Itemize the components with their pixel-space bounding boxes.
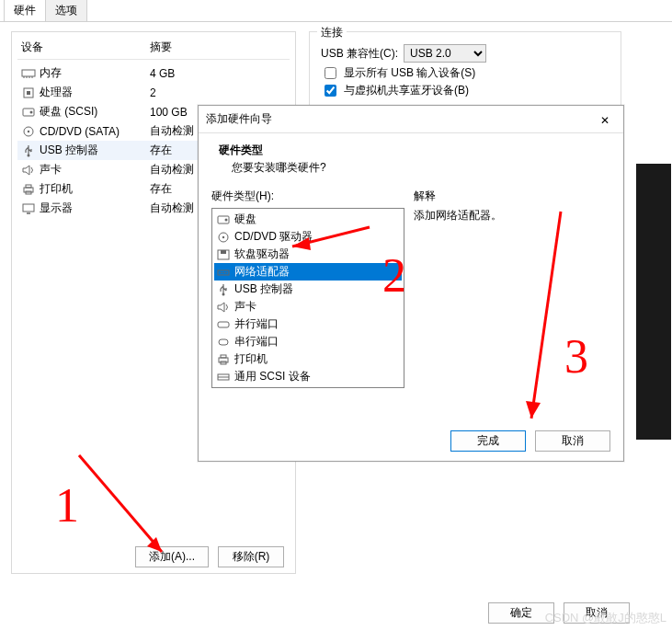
wizard-header-subtitle: 您要安装哪类硬件? xyxy=(219,160,603,176)
memory-icon xyxy=(21,67,36,80)
usb-compat-select[interactable]: USB 2.0 xyxy=(404,44,486,63)
device-row-memory[interactable]: 内存4 GB xyxy=(17,63,290,83)
serial-icon xyxy=(216,336,231,349)
cpu-icon xyxy=(21,86,36,99)
disk-icon xyxy=(21,106,36,119)
connection-group-title: 连接 xyxy=(317,25,347,40)
hardware-type-item-disk[interactable]: 硬盘 xyxy=(214,211,402,228)
device-name: 显示器 xyxy=(40,200,150,216)
hardware-type-item-cd[interactable]: CD/DVD 驱动器 xyxy=(214,228,402,246)
hardware-type-label: USB 控制器 xyxy=(234,281,293,297)
hardware-type-item-serial[interactable]: 串行端口 xyxy=(214,333,402,350)
device-name: 内存 xyxy=(40,65,150,81)
wizard-header-title: 硬件类型 xyxy=(219,143,603,158)
hardware-type-label: 并行端口 xyxy=(234,316,279,332)
wizard-finish-button[interactable]: 完成 xyxy=(450,430,526,452)
usb-icon xyxy=(21,144,36,157)
hardware-type-item-printer[interactable]: 打印机 xyxy=(214,350,402,368)
tpm-icon xyxy=(216,388,231,389)
hardware-type-label: 软盘驱动器 xyxy=(234,246,290,262)
device-summary: 4 GB xyxy=(150,67,286,80)
hardware-type-label: 打印机 xyxy=(234,351,268,367)
hardware-type-label: CD/DVD 驱动器 xyxy=(234,229,313,245)
device-name: 打印机 xyxy=(40,181,150,197)
tabs-bar: 硬件 选项 xyxy=(0,0,672,22)
hardware-type-item-floppy[interactable]: 软盘驱动器 xyxy=(214,246,402,263)
hardware-type-label: 通用 SCSI 设备 xyxy=(234,369,311,384)
usb-icon xyxy=(216,283,231,296)
show-all-usb-label: 显示所有 USB 输入设备(S) xyxy=(344,65,475,81)
hardware-type-item-usb[interactable]: USB 控制器 xyxy=(214,281,402,298)
scsi-icon xyxy=(216,371,231,384)
floppy-icon xyxy=(216,248,231,261)
hardware-type-label: 网络适配器 xyxy=(234,264,290,280)
wizard-close-button[interactable]: ✕ xyxy=(594,112,616,127)
hardware-type-item-network[interactable]: 网络适配器 xyxy=(214,263,402,281)
close-icon: ✕ xyxy=(600,114,609,127)
device-summary: 2 xyxy=(150,86,286,99)
add-hardware-button[interactable]: 添加(A)... xyxy=(135,546,209,567)
background-dark-strip xyxy=(636,164,671,440)
hardware-type-label: 串行端口 xyxy=(234,334,279,349)
parallel-icon xyxy=(216,318,231,331)
printer-icon xyxy=(216,353,231,366)
hardware-type-listbox[interactable]: 硬盘CD/DVD 驱动器软盘驱动器网络适配器USB 控制器声卡并行端口串行端口打… xyxy=(211,208,404,388)
tab-hardware[interactable]: 硬件 xyxy=(4,0,46,21)
wizard-list-label: 硬件类型(H): xyxy=(211,189,404,204)
hardware-type-label: 可信平台模块 xyxy=(234,386,301,388)
device-name: 处理器 xyxy=(40,85,150,100)
printer-icon xyxy=(21,183,36,196)
sound-icon xyxy=(21,164,36,177)
hardware-type-label: 硬盘 xyxy=(234,212,256,227)
device-name: USB 控制器 xyxy=(40,143,150,158)
disk-icon xyxy=(216,213,231,226)
hardware-type-item-sound[interactable]: 声卡 xyxy=(214,298,402,315)
wizard-cancel-button[interactable]: 取消 xyxy=(535,430,610,452)
hardware-type-item-parallel[interactable]: 并行端口 xyxy=(214,315,402,333)
cd-icon xyxy=(216,231,231,244)
device-row-cpu[interactable]: 处理器2 xyxy=(17,83,290,102)
remove-hardware-button[interactable]: 移除(R) xyxy=(218,546,284,567)
wizard-explain-label: 解释 xyxy=(414,189,610,204)
device-headers: 设备 摘要 xyxy=(17,38,290,59)
add-hardware-wizard: 添加硬件向导 ✕ 硬件类型 您要安装哪类硬件? 硬件类型(H): 硬盘CD/DV… xyxy=(198,105,624,462)
share-bluetooth-checkbox[interactable] xyxy=(325,85,336,97)
show-all-usb-checkbox[interactable] xyxy=(325,67,336,79)
sound-icon xyxy=(216,301,231,314)
header-device: 设备 xyxy=(21,40,150,55)
device-name: 声卡 xyxy=(40,162,150,178)
network-icon xyxy=(216,266,231,279)
device-name: 硬盘 (SCSI) xyxy=(40,104,150,120)
connection-group: 连接 USB 兼容性(C): USB 2.0 显示所有 USB 输入设备(S) … xyxy=(309,31,621,110)
hardware-type-label: 声卡 xyxy=(234,299,256,315)
usb-compat-label: USB 兼容性(C): xyxy=(321,46,398,62)
wizard-title: 添加硬件向导 xyxy=(206,111,272,127)
cd-icon xyxy=(21,125,36,138)
wizard-explain-text: 添加网络适配器。 xyxy=(414,208,610,223)
display-icon xyxy=(21,202,36,215)
hardware-type-item-scsi[interactable]: 通用 SCSI 设备 xyxy=(214,368,402,385)
watermark-text: CSDN @敢敢J的憨憨L xyxy=(545,610,666,626)
hardware-type-item-tpm[interactable]: 可信平台模块 xyxy=(214,385,402,388)
header-summary: 摘要 xyxy=(150,40,286,55)
device-name: CD/DVD (SATA) xyxy=(40,125,150,138)
share-bluetooth-label: 与虚拟机共享蓝牙设备(B) xyxy=(344,83,469,98)
tab-options[interactable]: 选项 xyxy=(45,0,87,21)
